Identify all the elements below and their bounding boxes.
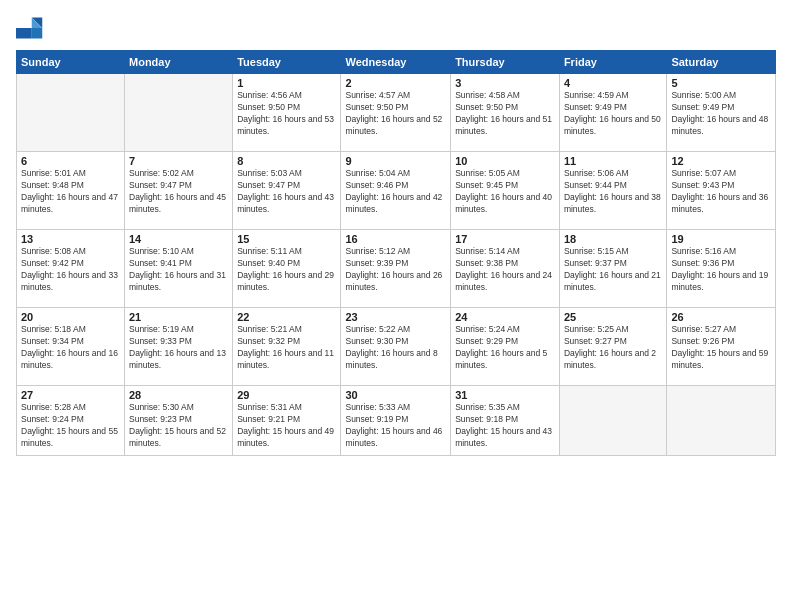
day-info: Daylight: 15 hours and 46 minutes.	[345, 426, 446, 450]
day-number: 21	[129, 311, 228, 323]
day-info: Sunrise: 5:35 AM	[455, 402, 555, 414]
day-info: Sunset: 9:42 PM	[21, 258, 120, 270]
day-info: Daylight: 16 hours and 48 minutes.	[671, 114, 771, 138]
calendar-cell: 4Sunrise: 4:59 AMSunset: 9:49 PMDaylight…	[559, 74, 666, 152]
day-number: 26	[671, 311, 771, 323]
day-number: 9	[345, 155, 446, 167]
day-number: 4	[564, 77, 662, 89]
day-number: 15	[237, 233, 336, 245]
day-number: 14	[129, 233, 228, 245]
calendar-header-row: Sunday Monday Tuesday Wednesday Thursday…	[17, 51, 776, 74]
day-info: Sunset: 9:18 PM	[455, 414, 555, 426]
calendar-cell: 28Sunrise: 5:30 AMSunset: 9:23 PMDayligh…	[125, 386, 233, 456]
day-info: Sunrise: 5:00 AM	[671, 90, 771, 102]
day-info: Daylight: 16 hours and 52 minutes.	[345, 114, 446, 138]
day-info: Sunset: 9:23 PM	[129, 414, 228, 426]
day-info: Daylight: 16 hours and 5 minutes.	[455, 348, 555, 372]
day-info: Daylight: 16 hours and 50 minutes.	[564, 114, 662, 138]
day-info: Daylight: 16 hours and 16 minutes.	[21, 348, 120, 372]
day-info: Sunset: 9:26 PM	[671, 336, 771, 348]
col-tuesday: Tuesday	[233, 51, 341, 74]
day-number: 18	[564, 233, 662, 245]
day-info: Sunset: 9:39 PM	[345, 258, 446, 270]
day-info: Sunrise: 4:59 AM	[564, 90, 662, 102]
day-info: Sunset: 9:43 PM	[671, 180, 771, 192]
day-info: Daylight: 16 hours and 53 minutes.	[237, 114, 336, 138]
day-info: Daylight: 16 hours and 42 minutes.	[345, 192, 446, 216]
day-info: Sunrise: 5:03 AM	[237, 168, 336, 180]
calendar-cell: 5Sunrise: 5:00 AMSunset: 9:49 PMDaylight…	[667, 74, 776, 152]
day-info: Daylight: 16 hours and 40 minutes.	[455, 192, 555, 216]
calendar-cell: 21Sunrise: 5:19 AMSunset: 9:33 PMDayligh…	[125, 308, 233, 386]
day-info: Sunrise: 5:05 AM	[455, 168, 555, 180]
day-info: Sunrise: 5:19 AM	[129, 324, 228, 336]
calendar-cell: 11Sunrise: 5:06 AMSunset: 9:44 PMDayligh…	[559, 152, 666, 230]
day-info: Sunset: 9:50 PM	[455, 102, 555, 114]
day-info: Sunrise: 4:58 AM	[455, 90, 555, 102]
day-info: Sunrise: 4:56 AM	[237, 90, 336, 102]
calendar-cell: 17Sunrise: 5:14 AMSunset: 9:38 PMDayligh…	[451, 230, 560, 308]
calendar-table: Sunday Monday Tuesday Wednesday Thursday…	[16, 50, 776, 456]
day-info: Sunrise: 5:02 AM	[129, 168, 228, 180]
day-info: Sunset: 9:50 PM	[237, 102, 336, 114]
day-number: 3	[455, 77, 555, 89]
day-info: Sunset: 9:37 PM	[564, 258, 662, 270]
day-info: Sunrise: 5:30 AM	[129, 402, 228, 414]
col-monday: Monday	[125, 51, 233, 74]
day-info: Daylight: 16 hours and 47 minutes.	[21, 192, 120, 216]
logo-icon	[16, 14, 44, 42]
day-info: Sunset: 9:27 PM	[564, 336, 662, 348]
day-info: Sunrise: 5:01 AM	[21, 168, 120, 180]
day-info: Sunrise: 5:25 AM	[564, 324, 662, 336]
day-info: Sunrise: 5:06 AM	[564, 168, 662, 180]
calendar-cell: 8Sunrise: 5:03 AMSunset: 9:47 PMDaylight…	[233, 152, 341, 230]
day-info: Daylight: 15 hours and 52 minutes.	[129, 426, 228, 450]
day-info: Sunrise: 5:11 AM	[237, 246, 336, 258]
day-info: Daylight: 16 hours and 19 minutes.	[671, 270, 771, 294]
day-number: 23	[345, 311, 446, 323]
calendar-cell: 9Sunrise: 5:04 AMSunset: 9:46 PMDaylight…	[341, 152, 451, 230]
calendar-cell: 31Sunrise: 5:35 AMSunset: 9:18 PMDayligh…	[451, 386, 560, 456]
page: Sunday Monday Tuesday Wednesday Thursday…	[0, 0, 792, 612]
calendar-cell: 12Sunrise: 5:07 AMSunset: 9:43 PMDayligh…	[667, 152, 776, 230]
day-number: 28	[129, 389, 228, 401]
day-info: Daylight: 16 hours and 24 minutes.	[455, 270, 555, 294]
calendar-cell: 26Sunrise: 5:27 AMSunset: 9:26 PMDayligh…	[667, 308, 776, 386]
calendar-cell: 16Sunrise: 5:12 AMSunset: 9:39 PMDayligh…	[341, 230, 451, 308]
calendar-cell: 25Sunrise: 5:25 AMSunset: 9:27 PMDayligh…	[559, 308, 666, 386]
day-info: Daylight: 16 hours and 43 minutes.	[237, 192, 336, 216]
day-info: Sunrise: 5:27 AM	[671, 324, 771, 336]
day-info: Sunset: 9:34 PM	[21, 336, 120, 348]
day-number: 30	[345, 389, 446, 401]
calendar-cell	[125, 74, 233, 152]
calendar-cell: 7Sunrise: 5:02 AMSunset: 9:47 PMDaylight…	[125, 152, 233, 230]
day-number: 7	[129, 155, 228, 167]
day-info: Daylight: 16 hours and 36 minutes.	[671, 192, 771, 216]
day-number: 24	[455, 311, 555, 323]
day-number: 2	[345, 77, 446, 89]
day-info: Sunset: 9:32 PM	[237, 336, 336, 348]
day-number: 5	[671, 77, 771, 89]
calendar-cell: 27Sunrise: 5:28 AMSunset: 9:24 PMDayligh…	[17, 386, 125, 456]
calendar-cell: 20Sunrise: 5:18 AMSunset: 9:34 PMDayligh…	[17, 308, 125, 386]
day-info: Sunset: 9:46 PM	[345, 180, 446, 192]
day-info: Sunrise: 5:24 AM	[455, 324, 555, 336]
day-info: Daylight: 15 hours and 59 minutes.	[671, 348, 771, 372]
day-info: Sunrise: 5:16 AM	[671, 246, 771, 258]
day-info: Daylight: 16 hours and 33 minutes.	[21, 270, 120, 294]
day-number: 22	[237, 311, 336, 323]
day-info: Sunrise: 5:21 AM	[237, 324, 336, 336]
day-info: Daylight: 16 hours and 31 minutes.	[129, 270, 228, 294]
day-info: Daylight: 16 hours and 11 minutes.	[237, 348, 336, 372]
day-info: Sunrise: 5:15 AM	[564, 246, 662, 258]
day-info: Daylight: 16 hours and 26 minutes.	[345, 270, 446, 294]
calendar-cell	[17, 74, 125, 152]
day-info: Daylight: 16 hours and 51 minutes.	[455, 114, 555, 138]
calendar-cell: 14Sunrise: 5:10 AMSunset: 9:41 PMDayligh…	[125, 230, 233, 308]
day-number: 25	[564, 311, 662, 323]
day-info: Daylight: 16 hours and 45 minutes.	[129, 192, 228, 216]
day-info: Sunset: 9:45 PM	[455, 180, 555, 192]
col-wednesday: Wednesday	[341, 51, 451, 74]
col-friday: Friday	[559, 51, 666, 74]
day-number: 20	[21, 311, 120, 323]
